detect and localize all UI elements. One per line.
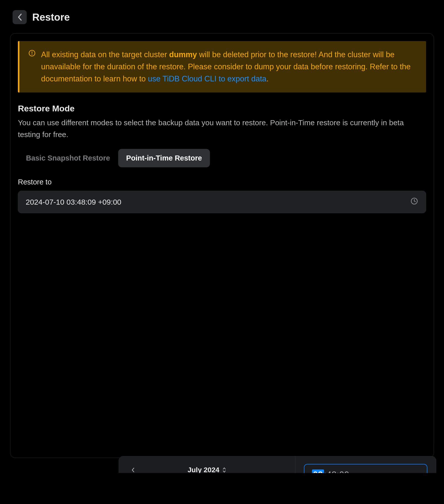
restore-mode-subtitle: You can use different modes to select th… <box>18 117 426 140</box>
warning-message: All existing data on the target cluster … <box>41 49 417 85</box>
restore-mode-segment: Basic Snapshot Restore Point-in-Time Res… <box>18 149 426 167</box>
doc-link[interactable]: use TiDB Cloud CLI to export data <box>148 74 266 83</box>
time-input[interactable]: 03 : 48 : 09 <box>304 464 427 473</box>
cluster-name: dummy <box>169 50 197 59</box>
warning-alert: All existing data on the target cluster … <box>18 41 426 92</box>
warning-icon <box>28 49 36 85</box>
restore-to-value: 2024-07-10 03:48:09 +09:00 <box>26 198 121 206</box>
back-button[interactable] <box>13 10 27 24</box>
chevron-up-down-icon <box>222 467 227 473</box>
chevron-left-icon <box>17 13 22 21</box>
time-pane: 03 : 48 : 09 03040506070809 484950515253… <box>295 456 436 473</box>
datetime-popover: July 2024 MoTuWeThFrSaSu1234567891011121… <box>119 456 436 473</box>
calendar: July 2024 MoTuWeThFrSaSu1234567891011121… <box>119 456 295 473</box>
month-select[interactable]: July 2024 <box>187 466 226 473</box>
prev-month-button[interactable] <box>129 465 138 473</box>
tab-basic-snapshot[interactable]: Basic Snapshot Restore <box>18 149 118 167</box>
restore-card: All existing data on the target cluster … <box>10 33 434 458</box>
time-hours: 03 <box>312 469 324 473</box>
restore-to-label: Restore to <box>18 178 426 186</box>
restore-to-input[interactable]: 2024-07-10 03:48:09 +09:00 <box>18 191 426 213</box>
time-minutes: 48 <box>327 469 337 473</box>
restore-mode-title: Restore Mode <box>18 104 426 113</box>
svg-point-2 <box>31 54 32 55</box>
page-title: Restore <box>32 12 70 23</box>
clock-icon <box>410 197 418 207</box>
tab-point-in-time[interactable]: Point-in-Time Restore <box>118 149 210 167</box>
time-seconds: 09 <box>339 469 350 473</box>
chevron-left-icon <box>131 467 135 473</box>
